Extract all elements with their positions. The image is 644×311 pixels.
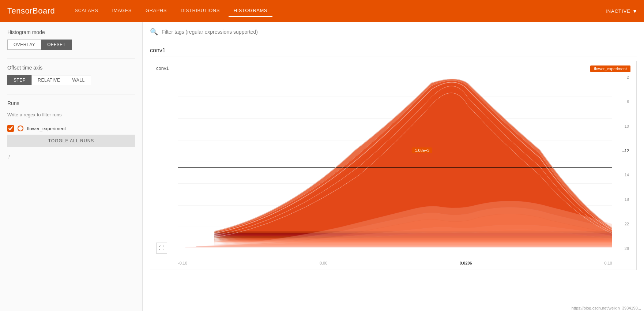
sidebar: Histogram mode OVERLAY OFFSET Offset tim… [0,22,143,311]
chevron-down-icon: ▾ [633,8,637,15]
y-axis-label-12: –12 [617,149,629,153]
x-axis-label-neg010: -0.10 [178,261,187,265]
x-axis: -0.10 0.00 0.0206 0.10 [178,261,612,265]
y-axis: 2 6 10 –12 14 18 22 26 [616,75,630,251]
y-axis-label-6: 6 [617,100,629,104]
divider-1 [7,59,135,59]
toggle-all-runs-button[interactable]: TOGGLE ALL RUNS [7,135,135,147]
histogram-mode-title: Histogram mode [7,29,135,35]
step-axis-button[interactable]: STEP [7,75,31,85]
divider-2 [7,94,135,94]
fullscreen-button[interactable]: ⛶ [156,243,167,254]
status-label: INACTIVE [606,8,630,14]
filter-runs-input[interactable] [7,110,135,119]
run-item: flower_experiment [7,125,135,132]
y-axis-label-14: 14 [617,173,629,177]
nav-distributions[interactable]: DISTRIBUTIONS [176,5,225,17]
y-axis-label-2: 2 [617,75,629,79]
run-checkbox[interactable] [7,125,14,132]
x-axis-label-010: 0.10 [605,261,612,265]
nav-images[interactable]: IMAGES [107,5,137,17]
x-axis-label-00206: 0.0206 [460,261,472,265]
chart-area: 1.08e+3 2 6 10 –12 14 18 22 26 -0.10 0.0… [156,75,630,265]
overlay-mode-button[interactable]: OVERLAY [7,40,41,50]
offset-mode-button[interactable]: OFFSET [41,40,72,50]
status-url: https://blog.csdn.net/weixin_3934198... [572,306,641,310]
filter-tags-input[interactable] [162,29,637,35]
chart-card: conv1 flower_experiment [150,61,637,270]
header: TensorBoard SCALARS IMAGES GRAPHS DISTRI… [0,0,644,22]
y-axis-label-18: 18 [617,197,629,202]
filter-bar: 🔍 [150,28,637,39]
x-axis-label-000: 0.00 [320,261,327,265]
fullscreen-icon: ⛶ [159,245,164,251]
y-axis-label-10: 10 [617,124,629,128]
section-label: conv1 [150,45,637,56]
relative-axis-button[interactable]: RELATIVE [31,75,66,85]
run-label: flower_experiment [27,126,66,131]
nav-graphs[interactable]: GRAPHS [140,5,172,17]
histogram-chart [178,75,612,249]
status-bar: https://blog.csdn.net/weixin_3934198... [569,305,644,311]
main-layout: Histogram mode OVERLAY OFFSET Offset tim… [0,22,644,311]
nav-scalars[interactable]: SCALARS [69,5,103,17]
run-path: ./ [7,154,135,160]
search-icon: 🔍 [150,28,158,36]
mode-buttons-group: OVERLAY OFFSET [7,40,135,50]
runs-title: Runs [7,100,135,106]
chart-header: conv1 flower_experiment [156,65,630,72]
experiment-badge: flower_experiment [590,65,630,72]
chart-title: conv1 [156,65,169,71]
wall-axis-button[interactable]: WALL [66,75,91,85]
status-dropdown[interactable]: INACTIVE ▾ [606,8,637,15]
main-nav: SCALARS IMAGES GRAPHS DISTRIBUTIONS HIST… [69,5,591,17]
logo: TensorBoard [7,6,55,16]
y-axis-label-22: 22 [617,222,629,226]
axis-buttons-group: STEP RELATIVE WALL [7,75,135,85]
run-color-indicator [18,125,23,131]
histogram-tooltip: 1.08e+3 [412,147,432,153]
nav-histograms[interactable]: HISTOGRAMS [229,5,272,17]
y-axis-label-26: 26 [617,246,629,251]
content-area: 🔍 conv1 conv1 flower_experiment [143,22,644,311]
offset-axis-title: Offset time axis [7,65,135,71]
